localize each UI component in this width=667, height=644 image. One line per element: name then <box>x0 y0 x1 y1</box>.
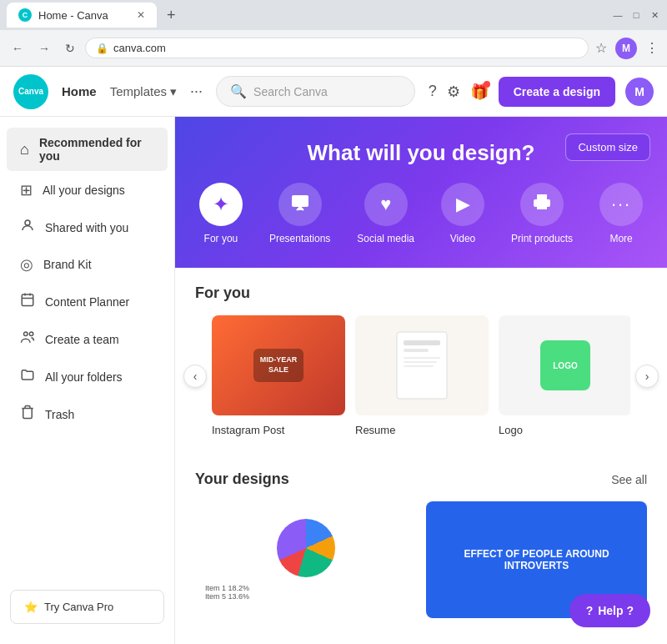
instagram-card-label: Instagram Post <box>212 424 284 436</box>
search-icon: 🔍 <box>230 83 247 99</box>
sidebar-item-shared[interactable]: Shared with you <box>7 209 168 245</box>
sidebar-recommended-label: Recommended for you <box>39 136 154 163</box>
browser-more-icon[interactable]: ⋮ <box>644 38 660 58</box>
logo-card-label: Logo <box>499 424 523 436</box>
refresh-button[interactable]: ↻ <box>60 38 80 58</box>
svg-rect-11 <box>404 349 429 352</box>
sidebar-content-planner-label: Content Planner <box>45 295 129 309</box>
your-design-card-chart[interactable]: Item 1 18.2% Item 5 13.6% <box>195 501 416 618</box>
star-icon[interactable]: ☆ <box>594 38 609 58</box>
see-all-button[interactable]: See all <box>611 473 647 486</box>
svg-rect-7 <box>292 195 308 207</box>
forward-button[interactable]: → <box>33 38 55 58</box>
social-media-circle: ♥ <box>364 183 408 226</box>
resume-card-image <box>355 315 489 415</box>
hero-icon-social-media[interactable]: ♥ Social media <box>357 183 414 244</box>
browser-tab[interactable]: C Home - Canva ✕ <box>7 3 157 28</box>
sidebar-item-all-designs[interactable]: ⊞ All your designs <box>7 173 168 208</box>
design-card-instagram[interactable]: MID-YEARSALE Instagram Post <box>212 315 345 437</box>
sidebar-item-create-team[interactable]: Create a team <box>7 321 168 357</box>
hero-icon-print-products[interactable]: Print products <box>511 183 573 244</box>
logo-card-visual: LOGO <box>499 315 630 415</box>
trash-icon <box>20 405 35 424</box>
svg-point-6 <box>29 332 33 336</box>
app-main: ⌂ Recommended for you ⊞ All your designs… <box>0 117 667 644</box>
for-you-circle: ✦ <box>199 183 243 226</box>
minimize-icon[interactable]: — <box>612 9 624 21</box>
try-pro-star-icon: ⭐ <box>24 601 38 613</box>
folder-icon <box>20 367 35 386</box>
video-icon: ▶ <box>456 194 470 215</box>
tab-title: Home - Canva <box>38 9 108 22</box>
sidebar: ⌂ Recommended for you ⊞ All your designs… <box>0 117 175 644</box>
social-media-icon: ♥ <box>380 194 391 215</box>
browser-user-avatar[interactable]: M <box>615 38 637 59</box>
chart-legend-item1: Item 5 13.6% <box>205 592 406 601</box>
back-button[interactable]: ← <box>7 38 28 58</box>
svg-rect-1 <box>22 294 33 306</box>
browser-titlebar: C Home - Canva ✕ + — □ ✕ <box>0 0 667 30</box>
sidebar-trash-label: Trash <box>45 408 74 421</box>
try-pro-label: Try Canva Pro <box>44 601 113 613</box>
design-card-resume[interactable]: Resume <box>355 315 489 437</box>
hero-icon-video[interactable]: ▶ Video <box>441 183 484 244</box>
shared-icon <box>20 218 35 237</box>
sidebar-item-brand-kit[interactable]: ◎ Brand Kit <box>7 247 168 282</box>
hero-title: What will you design? <box>308 140 535 166</box>
pie-chart <box>277 519 335 577</box>
settings-icon[interactable]: ⚙ <box>447 83 460 101</box>
hero-icon-more[interactable]: ··· More <box>599 183 643 244</box>
address-bar[interactable]: 🔒 canva.com <box>85 38 589 58</box>
social-media-label: Social media <box>357 233 414 244</box>
presentations-label: Presentations <box>269 233 330 244</box>
resume-card-label: Resume <box>355 424 395 436</box>
for-you-section-title: For you <box>195 284 647 302</box>
carousel-left-button[interactable]: ‹ <box>183 365 207 388</box>
help-icon[interactable]: ? <box>429 83 437 100</box>
sidebar-item-content-planner[interactable]: Content Planner <box>7 284 168 319</box>
hero-icons: ✦ For you <box>199 183 643 244</box>
sidebar-item-recommended[interactable]: ⌂ Recommended for you <box>7 128 168 171</box>
hero-icon-for-you[interactable]: ✦ For you <box>199 183 243 244</box>
hero-icon-presentations[interactable]: Presentations <box>269 183 330 244</box>
your-designs-title: Your designs <box>195 470 289 488</box>
carousel-items: MID-YEARSALE Instagram Post <box>212 315 630 437</box>
more-nav-item[interactable]: ··· <box>190 83 203 100</box>
create-design-button[interactable]: Create a design <box>499 77 615 107</box>
more-circle: ··· <box>599 183 643 226</box>
logo-text: Canva <box>18 87 43 96</box>
gift-icon-container[interactable]: 🎁 <box>470 83 489 101</box>
svg-rect-14 <box>404 365 434 367</box>
search-bar[interactable]: 🔍 Search Canva <box>216 76 415 107</box>
tab-close-icon[interactable]: ✕ <box>137 9 145 21</box>
home-nav-item[interactable]: Home <box>62 84 97 98</box>
new-tab-button[interactable]: + <box>160 3 183 28</box>
logo-card-image: LOGO <box>499 315 630 415</box>
carousel-right-button[interactable]: › <box>635 365 659 388</box>
presentations-icon <box>290 192 310 217</box>
video-circle: ▶ <box>441 183 484 226</box>
window-controls: — □ ✕ <box>612 9 660 21</box>
grid-icon: ⊞ <box>20 181 33 199</box>
custom-size-button[interactable]: Custom size <box>565 133 650 161</box>
presentations-circle <box>278 183 322 226</box>
help-button[interactable]: ? Help ? <box>569 594 650 627</box>
for-you-icon: ✦ <box>213 193 229 216</box>
content-area: What will you design? Custom size ✦ For … <box>175 117 667 644</box>
sidebar-spacer <box>0 433 174 580</box>
video-label: Video <box>450 233 475 244</box>
close-window-icon[interactable]: ✕ <box>649 9 660 21</box>
header-icons: ? ⚙ 🎁 Create a design M <box>429 77 654 107</box>
blue-design-text: EFFECT OF PEOPLE AROUND INTROVERTS <box>436 548 637 571</box>
sidebar-item-folders[interactable]: All your folders <box>7 359 168 395</box>
user-avatar[interactable]: M <box>625 78 654 106</box>
sidebar-item-trash[interactable]: Trash <box>7 396 168 432</box>
templates-label: Templates <box>110 84 167 98</box>
browser-frame: C Home - Canva ✕ + — □ ✕ ← → ↻ 🔒 canva.c… <box>0 0 667 644</box>
design-card-logo[interactable]: LOGO Logo <box>499 315 630 437</box>
try-pro-button[interactable]: ⭐ Try Canva Pro <box>10 590 164 624</box>
templates-nav-item[interactable]: Templates ▾ <box>110 84 177 99</box>
svg-rect-13 <box>404 361 437 363</box>
for-you-section: For you ‹ MID-YEARSALE <box>175 268 667 454</box>
maximize-icon[interactable]: □ <box>630 9 642 21</box>
